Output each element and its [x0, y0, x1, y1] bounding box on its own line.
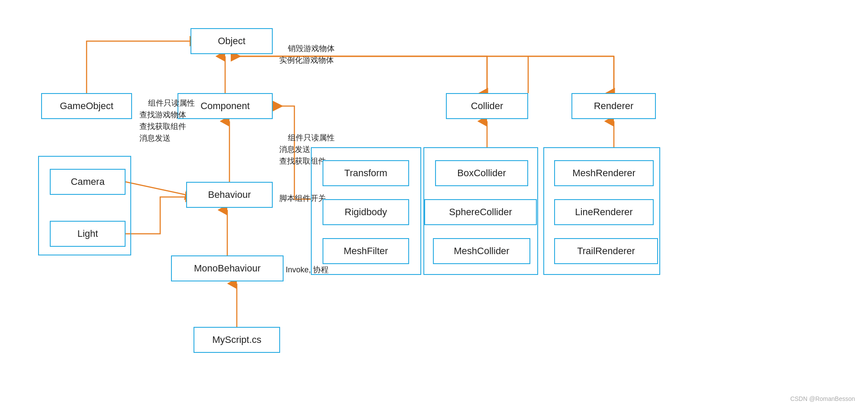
diagram: Object 销毁游戏物体 实例化游戏物体 Component 组件只读属性 消… [0, 0, 868, 410]
node-monobehaviour-label: MonoBehaviour [194, 263, 261, 274]
node-boxcollider: BoxCollider [435, 160, 528, 186]
node-renderer-label: Renderer [594, 100, 634, 112]
node-spherecollider-label: SphereCollider [449, 207, 512, 218]
node-object: Object [190, 28, 273, 54]
node-rigidbody-label: Rigidbody [345, 207, 387, 218]
label-object: 销毁游戏物体 实例化游戏物体 [279, 31, 335, 78]
node-camera: Camera [50, 169, 126, 195]
node-meshrenderer: MeshRenderer [554, 160, 654, 186]
node-linerenderer: LineRenderer [554, 199, 654, 225]
node-meshrenderer-label: MeshRenderer [572, 168, 636, 179]
node-boxcollider-label: BoxCollider [457, 168, 506, 179]
node-gameobject-label: GameObject [60, 100, 113, 112]
node-spherecollider: SphereCollider [424, 199, 537, 225]
node-meshfilter: MeshFilter [323, 238, 409, 264]
node-behaviour-label: Behaviour [208, 189, 251, 200]
label-gameobject: 组件只读属性 查找游戏物体 查找获取组件 消息发送 [139, 86, 195, 156]
label-object-text: 销毁游戏物体 实例化游戏物体 [279, 44, 335, 65]
node-transform: Transform [323, 160, 409, 186]
node-camera-label: Camera [71, 176, 104, 187]
label-gameobject-text: 组件只读属性 查找游戏物体 查找获取组件 消息发送 [139, 99, 195, 142]
node-trailrenderer: TrailRenderer [554, 238, 658, 264]
node-meshfilter-label: MeshFilter [344, 245, 388, 257]
node-meshcollider: MeshCollider [433, 238, 530, 264]
node-behaviour: Behaviour [186, 182, 273, 208]
node-object-label: Object [218, 36, 245, 47]
node-transform-label: Transform [344, 168, 387, 179]
node-myscript: MyScript.cs [194, 327, 280, 353]
node-meshcollider-label: MeshCollider [454, 245, 509, 257]
node-rigidbody: Rigidbody [323, 199, 409, 225]
node-renderer: Renderer [571, 93, 656, 119]
node-light: Light [50, 221, 126, 247]
node-light-label: Light [77, 228, 98, 239]
node-trailrenderer-label: TrailRenderer [577, 245, 635, 257]
node-gameobject: GameObject [41, 93, 132, 119]
watermark-text: CSDN @RomanBesson [790, 395, 855, 402]
svg-line-4 [126, 182, 186, 195]
node-collider-label: Collider [471, 100, 503, 112]
node-collider: Collider [446, 93, 528, 119]
node-monobehaviour: MonoBehaviour [171, 255, 284, 281]
watermark: CSDN @RomanBesson [790, 395, 855, 402]
node-component-label: Component [200, 100, 250, 112]
node-linerenderer-label: LineRenderer [575, 207, 632, 218]
node-myscript-label: MyScript.cs [212, 334, 261, 345]
